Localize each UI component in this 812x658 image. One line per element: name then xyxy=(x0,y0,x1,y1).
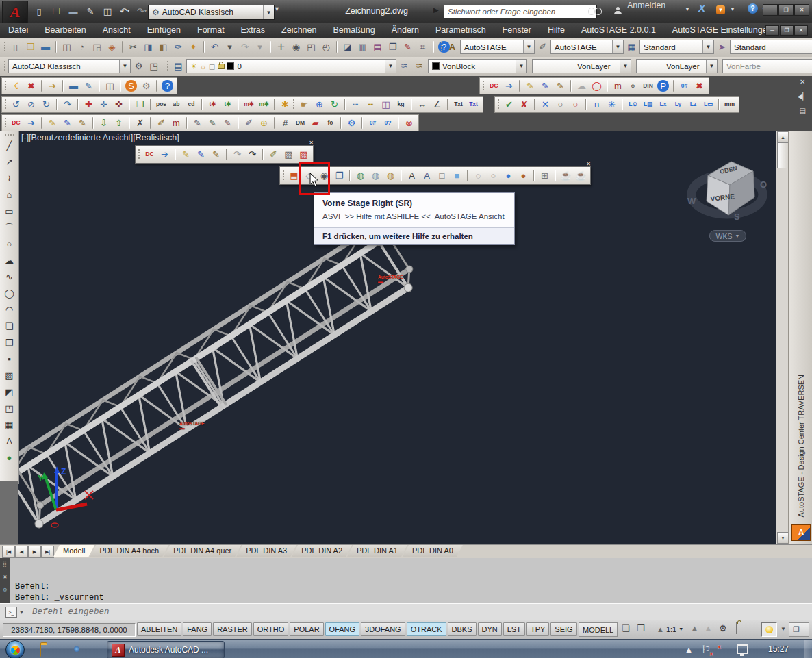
icon-pencil-add[interactable]: ✎ xyxy=(523,79,537,93)
icon-ucs-view[interactable]: L▭ xyxy=(701,97,715,112)
icon-pencil-arc[interactable]: ✐ xyxy=(154,116,168,130)
layer-plot-icon[interactable]: ◻ xyxy=(209,62,216,71)
vertical-scrollbar[interactable]: ▲ ▼ xyxy=(776,131,789,544)
icon-cloud[interactable]: ☁ xyxy=(574,79,589,93)
icon-sphere-orange[interactable]: ● xyxy=(516,168,531,183)
menu-fenster[interactable]: Fenster xyxy=(494,23,540,38)
icon-shaded-box[interactable]: ■ xyxy=(450,168,464,183)
workspace-settings-icon[interactable]: ⚙ xyxy=(131,59,146,73)
menu--ndern[interactable]: Ändern xyxy=(383,23,427,38)
icon-as-save[interactable]: ▬ xyxy=(66,79,81,93)
icon-sheetset-manager[interactable]: ❐ xyxy=(385,40,400,54)
command-input[interactable] xyxy=(31,607,307,618)
icon-as-print[interactable]: ◫ xyxy=(103,79,117,93)
icon-number-pencil[interactable]: # xyxy=(278,116,292,130)
toolbar-grip[interactable] xyxy=(482,80,485,92)
icon-info-number[interactable]: 0# xyxy=(366,116,380,130)
qat-new-icon[interactable]: ▯ xyxy=(31,4,47,18)
toggle-3dofang[interactable]: 3DOFANG xyxy=(361,622,405,636)
icon-pencil-m[interactable]: m xyxy=(169,116,183,130)
workspace-dropdown[interactable]: ⚙ AutoCAD Klassisch ▼ xyxy=(148,5,275,20)
layer-lock-icon[interactable] xyxy=(218,64,225,69)
toggle-ableiten[interactable]: ABLEITEN xyxy=(137,622,181,636)
icon-zoom-all[interactable]: ⊕ xyxy=(312,97,327,112)
action-center-flag-icon[interactable]: ⚐✕ xyxy=(701,640,711,658)
dock-collapse-icon[interactable]: ◀▏ xyxy=(798,92,808,100)
dim-style-combo[interactable]: AutoSTAGE▼ xyxy=(550,40,624,54)
toolbar-close-icon[interactable]: ✕ xyxy=(309,140,314,146)
icon-sphere-wire2[interactable]: ○ xyxy=(486,168,500,183)
icon-pan-hand[interactable]: ☛ xyxy=(297,97,312,112)
toggle-ortho[interactable]: ORTHO xyxy=(253,622,289,636)
autostage-logo-icon[interactable]: A xyxy=(791,524,811,541)
menu-ansicht[interactable]: Ansicht xyxy=(94,23,139,38)
icon-tool-palettes[interactable]: ▤ xyxy=(370,40,385,54)
tab-pdf-din-a2[interactable]: PDF DIN A2 xyxy=(292,545,352,557)
icon-circle-plus[interactable]: ⊕ xyxy=(257,116,271,130)
icon-fo-pencil[interactable]: fo xyxy=(323,116,338,130)
qat-save-icon[interactable]: ▬ xyxy=(66,4,81,18)
icon-teapot-grid[interactable]: ☕ xyxy=(574,168,588,183)
annotation-visibility-icon[interactable]: ▲ xyxy=(690,623,699,633)
autostage-palette-bar[interactable]: AutoSTAGE - Design Center TRAVERSEN A xyxy=(788,131,812,544)
icon-delete-circle[interactable]: ⊗ xyxy=(402,116,416,130)
icon-dm-pencil[interactable]: DM xyxy=(293,116,307,130)
icon-planet-1[interactable]: ◍ xyxy=(353,168,368,183)
icon-pencil-colors[interactable]: ✎ xyxy=(60,116,75,130)
linetype-combo[interactable]: VonLayer▼ xyxy=(532,59,631,73)
layer-on-icon[interactable]: ☀ xyxy=(190,62,197,71)
icon-save[interactable]: ▬ xyxy=(38,40,53,54)
icon-hidden-box[interactable]: □ xyxy=(435,168,449,183)
menu-hilfe[interactable]: Hilfe xyxy=(540,23,573,38)
icon-properties[interactable]: ◪ xyxy=(340,40,355,54)
icon-m-red[interactable]: m✱ xyxy=(242,97,256,112)
infocenter-collapse-icon[interactable]: ▶ xyxy=(433,6,439,14)
scroll-down-icon[interactable]: ▼ xyxy=(777,532,789,544)
icon-3d-dwf[interactable]: ◈ xyxy=(105,40,119,54)
drawing-canvas[interactable]: Z Y ╱↗≀⌂▭⌒○☁∿◯◠❏❒▪▨◩◰▦A● [-][Benutzerdef… xyxy=(0,131,812,544)
icon-dc-import[interactable]: ➔ xyxy=(24,116,38,130)
icon-dim-horizontal[interactable]: ↔ xyxy=(415,97,429,112)
qat-undo-icon[interactable]: ↶▾ xyxy=(117,4,132,18)
layer-state-2-icon[interactable]: ≋ xyxy=(412,59,427,73)
plotstyle-combo[interactable]: VonFarbe▼ xyxy=(722,59,812,73)
icon-wireframe-2d[interactable]: A xyxy=(405,168,419,183)
icon-open[interactable]: ❒ xyxy=(23,40,38,54)
text-style-icon[interactable]: A xyxy=(445,40,459,54)
app-restore-button[interactable]: ❐ xyxy=(778,4,794,16)
doc-minimize-button[interactable]: ─ xyxy=(765,25,779,36)
icon-check-view[interactable]: ✔ xyxy=(502,97,516,112)
icon-planet-3[interactable]: ◍ xyxy=(383,168,398,183)
icon-pencil-bar2[interactable]: ✎ xyxy=(205,116,220,130)
communication-center-icon[interactable]: ▾ xyxy=(716,3,725,14)
icon-ucs-x[interactable]: Lx xyxy=(656,97,670,112)
start-button[interactable] xyxy=(5,640,25,658)
scroll-up-icon[interactable]: ▲ xyxy=(777,131,789,143)
icon-pencil-arc2[interactable]: ✐ xyxy=(242,116,256,130)
icon-line[interactable]: ╱ xyxy=(2,138,17,153)
icon-snap-nearest[interactable]: n xyxy=(589,97,604,112)
network-icon[interactable] xyxy=(737,640,748,658)
icon-rotate-cw[interactable]: ↻ xyxy=(39,97,53,112)
icon-pencil-plain[interactable]: ✎ xyxy=(75,116,90,130)
icon-pencil-add-hatch[interactable]: ✎ xyxy=(179,147,193,162)
toggle-otrack[interactable]: OTRACK xyxy=(407,622,446,636)
icon-polygon[interactable]: ⌂ xyxy=(2,187,17,202)
lineweight-combo[interactable]: VonLayer▼ xyxy=(636,59,718,73)
icon-gradient[interactable]: ◩ xyxy=(2,384,17,399)
icon-plot-preview[interactable]: ◔ xyxy=(75,40,89,54)
icon-block-editor[interactable]: ✦ xyxy=(186,40,201,54)
icon-rotate-ccw[interactable]: ↺ xyxy=(9,97,23,112)
icon-m-dim[interactable]: m xyxy=(611,79,625,93)
qat-open-icon[interactable]: ❒ xyxy=(49,4,64,18)
tab-prev-icon[interactable]: ◀ xyxy=(15,546,28,558)
color-combo[interactable]: VonBlock▼ xyxy=(428,59,527,73)
icon-make-block[interactable]: ❒ xyxy=(2,335,17,350)
menu-datei[interactable]: Datei xyxy=(0,23,36,38)
icon-dim-angle[interactable]: ∠ xyxy=(430,97,444,112)
icon-paste[interactable]: ◧ xyxy=(156,40,170,54)
workspace-frame-icon[interactable]: ◳ xyxy=(147,59,161,73)
icon-as-import[interactable]: ➔ xyxy=(45,79,60,93)
dock-close-icon[interactable]: ✕ xyxy=(800,78,805,86)
doc-restore-button[interactable]: ❐ xyxy=(780,25,794,36)
